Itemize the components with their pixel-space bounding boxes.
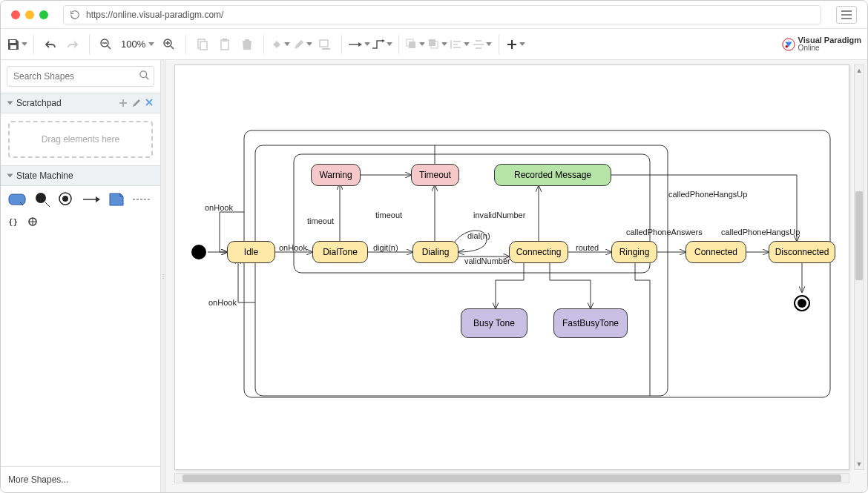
sidebar: Scratchpad Drag elements here State Mach… — [1, 60, 161, 492]
vertical-scrollbar[interactable]: ▲ ▼ — [854, 64, 864, 470]
svg-rect-0 — [10, 40, 16, 43]
label-onhook-3: onHook — [279, 243, 307, 252]
paint-bucket-icon — [271, 39, 283, 50]
distribute-button[interactable] — [472, 34, 493, 55]
search-icon — [139, 70, 150, 81]
add-button[interactable] — [505, 34, 526, 55]
shadow-icon — [319, 39, 331, 50]
to-front-icon — [406, 39, 418, 50]
minimize-window-icon[interactable] — [25, 10, 34, 19]
to-front-button[interactable] — [405, 34, 426, 55]
state-idle[interactable]: Idle — [227, 241, 275, 263]
add-scratch-icon[interactable] — [119, 99, 128, 107]
copy-icon — [197, 39, 208, 50]
redo-icon — [67, 39, 79, 50]
hamburger-icon — [841, 10, 852, 19]
final-state-node[interactable] — [794, 295, 810, 311]
undo-icon — [45, 39, 56, 50]
fill-color-button[interactable] — [270, 34, 291, 55]
state-fast-busy-tone[interactable]: FastBusyTone — [553, 308, 628, 338]
edit-scratch-icon[interactable] — [132, 99, 141, 107]
close-scratch-icon[interactable] — [145, 99, 153, 106]
initial-state-icon[interactable] — [35, 192, 50, 207]
align-button[interactable] — [450, 34, 470, 55]
shadow-button[interactable] — [315, 34, 335, 55]
svg-point-15 — [140, 71, 147, 78]
pencil-icon — [293, 39, 305, 50]
label-hangsup-1: calledPhoneHangsUp — [721, 228, 800, 236]
connectors — [175, 65, 849, 469]
state-shape-icon[interactable] — [8, 193, 26, 205]
redo-button[interactable] — [62, 34, 83, 55]
horizontal-scrollbar[interactable] — [174, 473, 849, 483]
search-shapes-input[interactable] — [7, 66, 154, 87]
junction-icon[interactable] — [27, 216, 39, 228]
zoom-out-icon — [100, 39, 112, 50]
distribute-icon — [473, 39, 484, 50]
state-dialtone[interactable]: DialTone — [312, 241, 368, 263]
transition-arrow-icon[interactable] — [82, 195, 100, 204]
state-warning[interactable]: Warning — [311, 164, 361, 186]
label-valid: validNumber — [464, 257, 510, 265]
state-ringing[interactable]: Ringing — [611, 241, 657, 263]
label-onhook: onHook — [205, 203, 233, 212]
waypoint-icon — [372, 39, 385, 50]
note-shape-icon[interactable] — [109, 193, 124, 206]
main-area: Scratchpad Drag elements here State Mach… — [1, 60, 867, 492]
plus-icon — [507, 39, 517, 50]
vscroll-thumb[interactable] — [855, 191, 863, 280]
final-state-icon[interactable] — [59, 192, 73, 207]
arrow-end-icon — [348, 41, 363, 48]
svg-rect-7 — [223, 39, 227, 42]
to-back-button[interactable] — [427, 34, 448, 55]
svg-rect-5 — [200, 42, 207, 50]
window-controls — [11, 10, 48, 19]
toolbar: 100% Visual ParadigmOnline — [1, 29, 867, 60]
connector-style-button[interactable] — [372, 34, 392, 55]
svg-rect-9 — [409, 42, 415, 48]
diagram-canvas[interactable]: Idle DialTone Dialing Connecting Ringing… — [174, 64, 849, 470]
svg-rect-1 — [10, 45, 16, 49]
state-connected[interactable]: Connected — [685, 241, 746, 263]
state-recorded-message[interactable]: Recorded Message — [494, 164, 611, 186]
label-timeout-1: timeout — [307, 216, 334, 225]
copy-button[interactable] — [192, 34, 213, 55]
dashed-line-icon[interactable] — [133, 197, 151, 202]
zoom-in-button[interactable] — [159, 34, 180, 55]
state-disconnected[interactable]: Disconnected — [769, 241, 835, 263]
maximize-window-icon[interactable] — [39, 10, 48, 19]
label-digit: digit(n) — [373, 243, 398, 252]
svg-point-14 — [785, 44, 788, 47]
svg-rect-16 — [9, 194, 25, 205]
shape-palette: {} — [1, 186, 160, 234]
save-button[interactable] — [7, 34, 27, 55]
initial-state-node[interactable] — [191, 245, 206, 259]
constraint-icon[interactable]: {} — [8, 217, 18, 227]
state-machine-header[interactable]: State Machine — [1, 165, 160, 186]
hscroll-thumb[interactable] — [183, 474, 841, 482]
paste-button[interactable] — [214, 34, 235, 55]
line-color-button[interactable] — [292, 34, 313, 55]
zoom-out-button[interactable] — [96, 34, 116, 55]
more-shapes-link[interactable]: More Shapes... — [1, 466, 160, 492]
state-connecting[interactable]: Connecting — [509, 241, 568, 263]
state-timeout[interactable]: Timeout — [411, 164, 459, 186]
label-routed: routed — [576, 243, 599, 252]
close-window-icon[interactable] — [11, 10, 20, 19]
save-icon — [7, 38, 20, 51]
zoom-level[interactable]: 100% — [118, 39, 157, 50]
label-hangsup-2: calledPhoneHangsUp — [668, 190, 747, 199]
reload-icon[interactable] — [70, 10, 80, 20]
scratchpad-drop-zone[interactable]: Drag elements here — [8, 121, 153, 158]
to-back-icon — [428, 39, 440, 50]
vp-logo-icon — [782, 38, 795, 51]
hamburger-menu-button[interactable] — [836, 6, 857, 24]
scratchpad-header[interactable]: Scratchpad — [1, 93, 160, 113]
connector-end-button[interactable] — [348, 34, 370, 55]
url-bar[interactable]: https://online.visual-paradigm.com/ — [63, 5, 821, 24]
state-dialing[interactable]: Dialing — [412, 241, 458, 263]
brand-logo: Visual ParadigmOnline — [782, 36, 861, 52]
state-busy-tone[interactable]: Busy Tone — [461, 308, 527, 338]
undo-button[interactable] — [40, 34, 61, 55]
delete-button[interactable] — [237, 34, 257, 55]
